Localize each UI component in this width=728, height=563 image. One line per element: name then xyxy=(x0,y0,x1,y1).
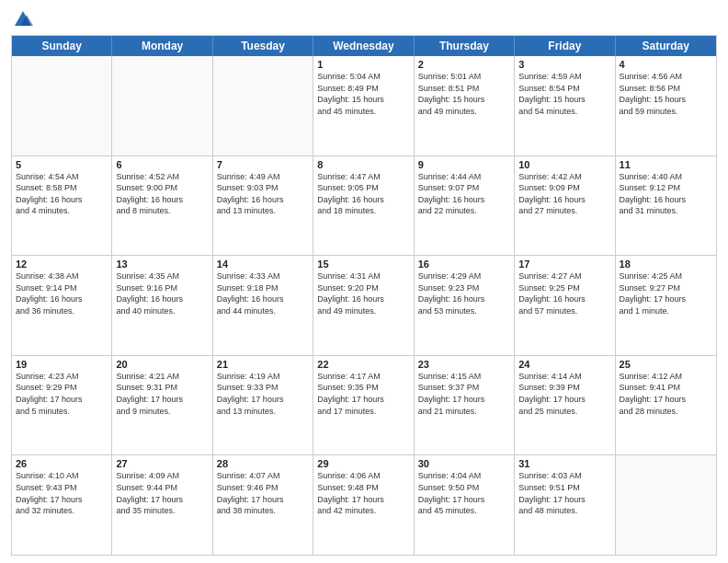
day-info: Sunrise: 4:52 AM Sunset: 9:00 PM Dayligh… xyxy=(116,171,208,217)
cal-cell: 4Sunrise: 4:56 AM Sunset: 8:56 PM Daylig… xyxy=(616,56,716,155)
cal-cell: 23Sunrise: 4:15 AM Sunset: 9:37 PM Dayli… xyxy=(415,356,515,455)
day-number: 2 xyxy=(418,59,510,70)
day-number: 6 xyxy=(116,159,208,170)
day-info: Sunrise: 5:04 AM Sunset: 8:49 PM Dayligh… xyxy=(317,71,409,117)
cal-header-sunday: Sunday xyxy=(12,36,112,56)
header xyxy=(11,9,717,29)
day-number: 14 xyxy=(217,259,309,270)
day-info: Sunrise: 4:09 AM Sunset: 9:44 PM Dayligh… xyxy=(116,470,208,516)
cal-cell: 7Sunrise: 4:49 AM Sunset: 9:03 PM Daylig… xyxy=(213,156,313,256)
day-info: Sunrise: 4:15 AM Sunset: 9:37 PM Dayligh… xyxy=(418,371,510,417)
cal-week-3: 19Sunrise: 4:23 AM Sunset: 9:29 PM Dayli… xyxy=(12,356,716,456)
cal-cell: 21Sunrise: 4:19 AM Sunset: 9:33 PM Dayli… xyxy=(213,356,313,455)
cal-cell: 18Sunrise: 4:25 AM Sunset: 9:27 PM Dayli… xyxy=(616,256,716,355)
cal-cell: 3Sunrise: 4:59 AM Sunset: 8:54 PM Daylig… xyxy=(515,56,615,155)
day-info: Sunrise: 4:12 AM Sunset: 9:41 PM Dayligh… xyxy=(620,371,712,417)
cal-cell: 8Sunrise: 4:47 AM Sunset: 9:05 PM Daylig… xyxy=(313,156,414,256)
cal-header-tuesday: Tuesday xyxy=(213,36,313,56)
calendar-header: SundayMondayTuesdayWednesdayThursdayFrid… xyxy=(12,36,716,56)
day-number: 18 xyxy=(620,259,712,270)
day-number: 13 xyxy=(116,259,208,270)
day-info: Sunrise: 4:42 AM Sunset: 9:09 PM Dayligh… xyxy=(518,171,610,217)
day-number: 24 xyxy=(518,359,610,370)
day-number: 19 xyxy=(16,359,108,370)
cal-cell: 27Sunrise: 4:09 AM Sunset: 9:44 PM Dayli… xyxy=(112,455,212,555)
cal-header-thursday: Thursday xyxy=(415,36,515,56)
day-info: Sunrise: 4:40 AM Sunset: 9:12 PM Dayligh… xyxy=(620,171,712,217)
day-number: 28 xyxy=(217,458,309,469)
day-info: Sunrise: 4:07 AM Sunset: 9:46 PM Dayligh… xyxy=(217,470,309,516)
day-number: 15 xyxy=(317,259,409,270)
cal-cell: 26Sunrise: 4:10 AM Sunset: 9:43 PM Dayli… xyxy=(12,455,112,555)
day-info: Sunrise: 4:25 AM Sunset: 9:27 PM Dayligh… xyxy=(620,270,712,316)
cal-cell: 6Sunrise: 4:52 AM Sunset: 9:00 PM Daylig… xyxy=(112,156,212,256)
cal-week-2: 12Sunrise: 4:38 AM Sunset: 9:14 PM Dayli… xyxy=(12,256,716,356)
day-info: Sunrise: 4:19 AM Sunset: 9:33 PM Dayligh… xyxy=(217,371,309,417)
cal-header-friday: Friday xyxy=(515,36,615,56)
logo-icon xyxy=(13,9,33,29)
cal-cell: 12Sunrise: 4:38 AM Sunset: 9:14 PM Dayli… xyxy=(12,256,112,355)
day-number: 25 xyxy=(620,359,712,370)
cal-cell: 1Sunrise: 5:04 AM Sunset: 8:49 PM Daylig… xyxy=(313,56,414,155)
day-info: Sunrise: 4:44 AM Sunset: 9:07 PM Dayligh… xyxy=(418,171,510,217)
day-info: Sunrise: 4:59 AM Sunset: 8:54 PM Dayligh… xyxy=(518,71,610,117)
cal-cell: 22Sunrise: 4:17 AM Sunset: 9:35 PM Dayli… xyxy=(313,356,414,455)
day-number: 23 xyxy=(418,359,510,370)
cal-cell xyxy=(12,56,112,155)
day-info: Sunrise: 4:35 AM Sunset: 9:16 PM Dayligh… xyxy=(116,270,208,316)
day-info: Sunrise: 4:38 AM Sunset: 9:14 PM Dayligh… xyxy=(16,270,108,316)
day-number: 12 xyxy=(16,259,108,270)
cal-cell: 13Sunrise: 4:35 AM Sunset: 9:16 PM Dayli… xyxy=(112,256,212,355)
day-number: 17 xyxy=(518,259,610,270)
page: SundayMondayTuesdayWednesdayThursdayFrid… xyxy=(0,0,728,563)
cal-week-0: 1Sunrise: 5:04 AM Sunset: 8:49 PM Daylig… xyxy=(12,56,716,156)
day-number: 11 xyxy=(620,159,712,170)
calendar-body: 1Sunrise: 5:04 AM Sunset: 8:49 PM Daylig… xyxy=(12,56,716,555)
cal-cell: 9Sunrise: 4:44 AM Sunset: 9:07 PM Daylig… xyxy=(415,156,515,256)
cal-cell: 29Sunrise: 4:06 AM Sunset: 9:48 PM Dayli… xyxy=(313,455,414,555)
day-number: 31 xyxy=(518,458,610,469)
cal-cell: 30Sunrise: 4:04 AM Sunset: 9:50 PM Dayli… xyxy=(415,455,515,555)
cal-cell: 2Sunrise: 5:01 AM Sunset: 8:51 PM Daylig… xyxy=(415,56,515,155)
cal-cell: 25Sunrise: 4:12 AM Sunset: 9:41 PM Dayli… xyxy=(616,356,716,455)
day-info: Sunrise: 4:54 AM Sunset: 8:58 PM Dayligh… xyxy=(16,171,108,217)
day-info: Sunrise: 4:23 AM Sunset: 9:29 PM Dayligh… xyxy=(16,371,108,417)
day-info: Sunrise: 4:56 AM Sunset: 8:56 PM Dayligh… xyxy=(620,71,712,117)
day-info: Sunrise: 4:47 AM Sunset: 9:05 PM Dayligh… xyxy=(317,171,409,217)
day-number: 26 xyxy=(16,458,108,469)
day-number: 27 xyxy=(116,458,208,469)
cal-header-wednesday: Wednesday xyxy=(313,36,414,56)
day-info: Sunrise: 4:31 AM Sunset: 9:20 PM Dayligh… xyxy=(317,270,409,316)
day-number: 8 xyxy=(317,159,409,170)
cal-week-1: 5Sunrise: 4:54 AM Sunset: 8:58 PM Daylig… xyxy=(12,156,716,257)
cal-week-4: 26Sunrise: 4:10 AM Sunset: 9:43 PM Dayli… xyxy=(12,455,716,555)
logo xyxy=(11,9,33,29)
day-info: Sunrise: 4:17 AM Sunset: 9:35 PM Dayligh… xyxy=(317,371,409,417)
cal-cell: 5Sunrise: 4:54 AM Sunset: 8:58 PM Daylig… xyxy=(12,156,112,256)
cal-cell xyxy=(213,56,313,155)
cal-cell: 16Sunrise: 4:29 AM Sunset: 9:23 PM Dayli… xyxy=(415,256,515,355)
day-info: Sunrise: 4:10 AM Sunset: 9:43 PM Dayligh… xyxy=(16,470,108,516)
day-info: Sunrise: 4:06 AM Sunset: 9:48 PM Dayligh… xyxy=(317,470,409,516)
cal-cell xyxy=(112,56,212,155)
cal-header-monday: Monday xyxy=(112,36,212,56)
cal-cell: 24Sunrise: 4:14 AM Sunset: 9:39 PM Dayli… xyxy=(515,356,615,455)
cal-cell xyxy=(616,455,716,555)
cal-cell: 31Sunrise: 4:03 AM Sunset: 9:51 PM Dayli… xyxy=(515,455,615,555)
day-number: 22 xyxy=(317,359,409,370)
cal-cell: 14Sunrise: 4:33 AM Sunset: 9:18 PM Dayli… xyxy=(213,256,313,355)
cal-cell: 19Sunrise: 4:23 AM Sunset: 9:29 PM Dayli… xyxy=(12,356,112,455)
cal-cell: 17Sunrise: 4:27 AM Sunset: 9:25 PM Dayli… xyxy=(515,256,615,355)
day-info: Sunrise: 4:27 AM Sunset: 9:25 PM Dayligh… xyxy=(518,270,610,316)
cal-cell: 11Sunrise: 4:40 AM Sunset: 9:12 PM Dayli… xyxy=(616,156,716,256)
day-number: 10 xyxy=(518,159,610,170)
cal-cell: 28Sunrise: 4:07 AM Sunset: 9:46 PM Dayli… xyxy=(213,455,313,555)
day-info: Sunrise: 4:14 AM Sunset: 9:39 PM Dayligh… xyxy=(518,371,610,417)
day-number: 21 xyxy=(217,359,309,370)
cal-header-saturday: Saturday xyxy=(616,36,716,56)
day-number: 4 xyxy=(620,59,712,70)
day-number: 16 xyxy=(418,259,510,270)
day-info: Sunrise: 4:49 AM Sunset: 9:03 PM Dayligh… xyxy=(217,171,309,217)
day-number: 9 xyxy=(418,159,510,170)
day-info: Sunrise: 4:03 AM Sunset: 9:51 PM Dayligh… xyxy=(518,470,610,516)
